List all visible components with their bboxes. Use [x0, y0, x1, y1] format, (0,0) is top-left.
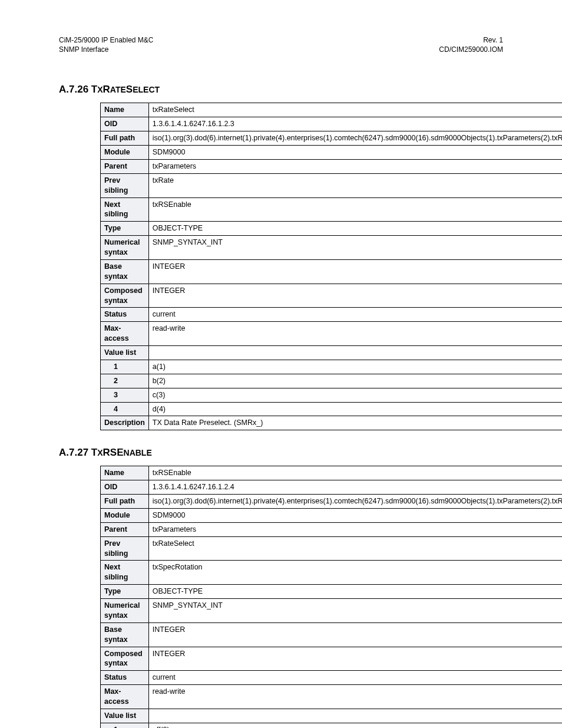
- table-value-cell: SNMP_SYNTAX_INT: [148, 599, 562, 623]
- table-row: ParenttxParameters: [101, 522, 563, 536]
- table-row: Full pathiso(1).org(3).dod(6).internet(1…: [101, 495, 563, 509]
- table-value-cell: off(0): [148, 723, 562, 728]
- table-row: 1off(0): [101, 723, 563, 728]
- table-key-cell: Max-access: [101, 322, 149, 346]
- table-row: Numerical syntaxSNMP_SYNTAX_INT: [101, 236, 563, 260]
- table-row: Statuscurrent: [101, 308, 563, 322]
- section-heading-txrateselect: A.7.26 TXRATESELECT: [59, 84, 503, 95]
- table-value-cell: txSpecRotation: [148, 561, 562, 585]
- table-value-cell: INTEGER: [148, 284, 562, 308]
- table-value-cell: current: [148, 308, 562, 322]
- table-key-cell: Value list: [101, 709, 149, 723]
- heading-cap: S: [126, 84, 133, 95]
- table-key-cell: Module: [101, 508, 149, 522]
- header-left-line2: SNMP Interface: [59, 45, 108, 54]
- table-row: Value list: [101, 346, 563, 360]
- table-key-cell: Status: [101, 308, 149, 322]
- table-key-cell: 3: [101, 388, 149, 402]
- heading-small: X: [97, 448, 103, 457]
- table-value-cell: d(4): [148, 402, 562, 416]
- table-value-cell: txParameters: [148, 522, 562, 536]
- table-value-cell: TX Data Rate Preselect. (SMRx_): [148, 416, 562, 430]
- header-right: Rev. 1 CD/CIM259000.IOM: [439, 35, 503, 54]
- table-key-cell: Composed syntax: [101, 647, 149, 671]
- table-value-cell: txRateSelect: [148, 103, 562, 117]
- heading-small: ATE: [110, 85, 126, 94]
- table-key-cell: Prev sibling: [101, 173, 149, 197]
- page: CiM-25/9000 IP Enabled M&C SNMP Interfac…: [0, 0, 562, 728]
- table-key-cell: Parent: [101, 522, 149, 536]
- table-key-cell: Numerical syntax: [101, 599, 149, 623]
- table-key-cell: Full path: [101, 131, 149, 146]
- table-key-cell: OID: [101, 480, 149, 495]
- table-value-cell: SDM9000: [148, 508, 562, 522]
- table-row: Prev siblingtxRate: [101, 173, 563, 197]
- heading-small: X: [97, 85, 103, 94]
- table-row: Composed syntaxINTEGER: [101, 284, 563, 308]
- table-value-cell: [148, 709, 562, 723]
- table-key-cell: 2: [101, 374, 149, 388]
- table-row: NametxRateSelect: [101, 103, 563, 117]
- heading-cap: T: [91, 84, 97, 95]
- table-value-cell: OBJECT-TYPE: [148, 222, 562, 236]
- table-row: Max-accessread-write: [101, 322, 563, 346]
- table-row: Base syntaxINTEGER: [101, 259, 563, 284]
- table-row: Next siblingtxSpecRotation: [101, 561, 563, 585]
- table-value-cell: INTEGER: [148, 259, 562, 284]
- table-value-cell: SDM9000: [148, 146, 562, 160]
- table-key-cell: Type: [101, 222, 149, 236]
- table-key-cell: 1: [101, 360, 149, 374]
- table-row: 4d(4): [101, 402, 563, 416]
- table-row: ModuleSDM9000: [101, 508, 563, 522]
- table-row: 2b(2): [101, 374, 563, 388]
- table-key-cell: Type: [101, 585, 149, 599]
- table-value-cell: txRSEnable: [148, 197, 562, 222]
- table-row: Max-accessread-write: [101, 685, 563, 709]
- section-heading-txrsenable: A.7.27 TXRSENABLE: [59, 447, 503, 459]
- table-row: NametxRSEnable: [101, 466, 563, 480]
- table-row: TypeOBJECT-TYPE: [101, 585, 563, 599]
- table-value-cell: txParameters: [148, 159, 562, 173]
- table-key-cell: Full path: [101, 495, 149, 509]
- table-value-cell: txRateSelect: [148, 536, 562, 561]
- heading-cap: R: [103, 84, 110, 95]
- table-key-cell: Parent: [101, 159, 149, 173]
- table-key-cell: Next sibling: [101, 561, 149, 585]
- table-row: Statuscurrent: [101, 671, 563, 685]
- table-value-cell: 1.3.6.1.4.1.6247.16.1.2.3: [148, 117, 562, 131]
- table-row: Value list: [101, 709, 563, 723]
- table-key-cell: 1: [101, 723, 149, 728]
- mib-table-txrsenable: NametxRSEnableOID1.3.6.1.4.1.6247.16.1.2…: [100, 466, 562, 728]
- table-key-cell: Module: [101, 146, 149, 160]
- table-row: OID1.3.6.1.4.1.6247.16.1.2.3: [101, 117, 563, 131]
- page-header: CiM-25/9000 IP Enabled M&C SNMP Interfac…: [59, 35, 503, 54]
- table-row: ModuleSDM9000: [101, 146, 563, 160]
- table-value-cell: INTEGER: [148, 647, 562, 671]
- table-row: ParenttxParameters: [101, 159, 563, 173]
- table-key-cell: Max-access: [101, 685, 149, 709]
- table-key-cell: OID: [101, 117, 149, 131]
- table-key-cell: Numerical syntax: [101, 236, 149, 260]
- table-value-cell: [148, 346, 562, 360]
- mib-table-txrateselect: NametxRateSelectOID1.3.6.1.4.1.6247.16.1…: [100, 103, 562, 430]
- table-value-cell: OBJECT-TYPE: [148, 585, 562, 599]
- table-row: Composed syntaxINTEGER: [101, 647, 563, 671]
- table-key-cell: Base syntax: [101, 622, 149, 647]
- table-value-cell: iso(1).org(3).dod(6).internet(1).private…: [148, 495, 562, 509]
- table-key-cell: Status: [101, 671, 149, 685]
- table-key-cell: Next sibling: [101, 197, 149, 222]
- table-row: TypeOBJECT-TYPE: [101, 222, 563, 236]
- table-value-cell: iso(1).org(3).dod(6).internet(1).private…: [148, 131, 562, 146]
- table-row: 1a(1): [101, 360, 563, 374]
- header-left: CiM-25/9000 IP Enabled M&C SNMP Interfac…: [59, 35, 154, 54]
- section-number: A.7.26: [59, 84, 88, 95]
- table-row: Next siblingtxRSEnable: [101, 197, 563, 222]
- table-value-cell: SNMP_SYNTAX_INT: [148, 236, 562, 260]
- table-key-cell: Base syntax: [101, 259, 149, 284]
- table-row: Numerical syntaxSNMP_SYNTAX_INT: [101, 599, 563, 623]
- table-row: 3c(3): [101, 388, 563, 402]
- table-value-cell: a(1): [148, 360, 562, 374]
- table-key-cell: Value list: [101, 346, 149, 360]
- table-row: Base syntaxINTEGER: [101, 622, 563, 647]
- table-value-cell: txRSEnable: [148, 466, 562, 480]
